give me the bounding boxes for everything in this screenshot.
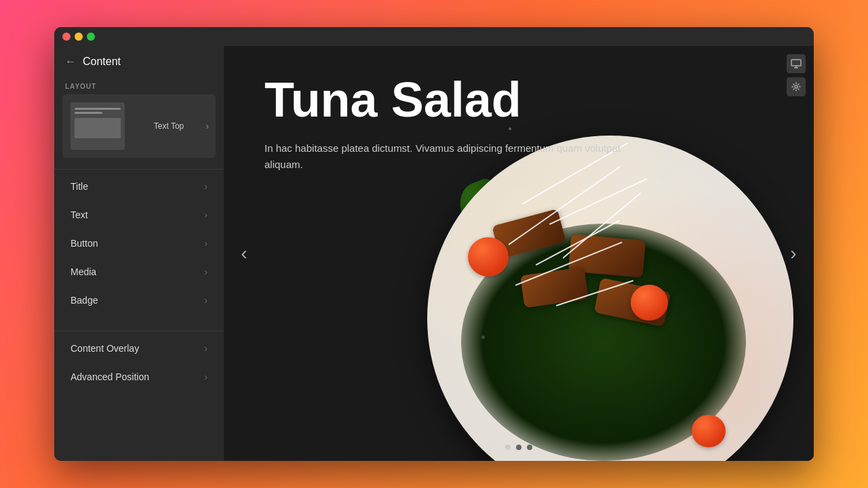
overlay-chevron-icon: ›	[204, 343, 208, 354]
sidebar-item-text-label: Text	[71, 209, 88, 220]
tomato-3	[692, 415, 726, 447]
sidebar-item-title-label: Title	[71, 181, 88, 192]
slide-heading: Tuna Salad	[264, 73, 773, 127]
layout-name: Text Top	[130, 121, 208, 131]
thumb-lines	[75, 108, 121, 114]
titlebar	[54, 27, 814, 46]
sidebar-header: ← Content	[54, 46, 224, 77]
close-dot[interactable]	[62, 33, 71, 41]
media-chevron-icon: ›	[204, 266, 208, 277]
text-chevron-icon: ›	[204, 209, 208, 220]
slide-dot-2[interactable]	[516, 445, 521, 450]
nav-arrow-left[interactable]: ‹	[231, 240, 258, 267]
sidebar-item-media[interactable]: Media ›	[60, 258, 218, 285]
sidebar-item-button-label: Button	[71, 238, 98, 249]
thumb-line-2	[75, 112, 102, 114]
traffic-lights	[62, 33, 95, 41]
sidebar-item-badge[interactable]: Badge ›	[60, 287, 218, 314]
thumb-line-1	[75, 108, 121, 110]
maximize-dot[interactable]	[87, 33, 95, 41]
title-chevron-icon: ›	[204, 181, 208, 192]
back-button[interactable]: ←	[65, 56, 76, 68]
sidebar-item-title[interactable]: Title ›	[60, 173, 218, 200]
content-overlay-label: Content Overlay	[71, 343, 139, 354]
slide-dot-1[interactable]	[505, 445, 511, 450]
divider-2	[54, 331, 224, 331]
position-chevron-icon: ›	[204, 371, 208, 382]
spacer	[54, 314, 224, 328]
divider-1	[54, 169, 224, 169]
sidebar-item-button[interactable]: Button ›	[60, 230, 218, 257]
main-content: Tuna Salad In hac habitasse platea dictu…	[224, 46, 814, 461]
button-chevron-icon: ›	[204, 238, 208, 249]
advanced-position-label: Advanced Position	[71, 371, 149, 382]
settings-icon[interactable]	[787, 77, 806, 96]
sidebar-item-advanced-position[interactable]: Advanced Position ›	[60, 363, 218, 390]
monitor-icon[interactable]	[787, 54, 806, 73]
layout-preview[interactable]: Text Top ›	[62, 94, 216, 158]
sidebar-item-badge-label: Badge	[71, 295, 98, 306]
svg-point-3	[795, 85, 797, 88]
sidebar-item-content-overlay[interactable]: Content Overlay ›	[60, 335, 218, 362]
svg-rect-0	[791, 60, 801, 66]
drizzle-line-2	[549, 178, 648, 224]
drizzle-line-6	[556, 280, 634, 306]
slide-subtext: In hac habitasse platea dictumst. Vivamu…	[264, 140, 644, 173]
layout-thumbnail	[71, 102, 125, 150]
layout-label: LAYOUT	[54, 77, 224, 94]
drizzle	[495, 190, 698, 359]
app-window: ← Content LAYOUT Text Top › Title ›	[54, 27, 814, 461]
slide-text-area: Tuna Salad In hac habitasse platea dictu…	[264, 73, 773, 173]
sidebar: ← Content LAYOUT Text Top › Title ›	[54, 46, 224, 461]
slide-area: Tuna Salad In hac habitasse platea dictu…	[224, 46, 814, 461]
slide-dot-3[interactable]	[527, 445, 532, 450]
right-toolbar	[787, 54, 806, 96]
particle-3	[481, 336, 485, 339]
layout-chevron-icon: ›	[205, 121, 209, 131]
sidebar-item-media-label: Media	[71, 266, 96, 277]
minimize-dot[interactable]	[75, 33, 83, 41]
thumb-image	[75, 118, 121, 138]
nav-arrow-right[interactable]: ›	[780, 240, 807, 267]
window-body: ← Content LAYOUT Text Top › Title ›	[54, 46, 814, 461]
sidebar-title: Content	[83, 56, 121, 68]
drizzle-line-5	[515, 241, 623, 286]
slide-dots	[505, 445, 532, 450]
badge-chevron-icon: ›	[204, 295, 208, 306]
sidebar-item-text[interactable]: Text ›	[60, 201, 218, 228]
